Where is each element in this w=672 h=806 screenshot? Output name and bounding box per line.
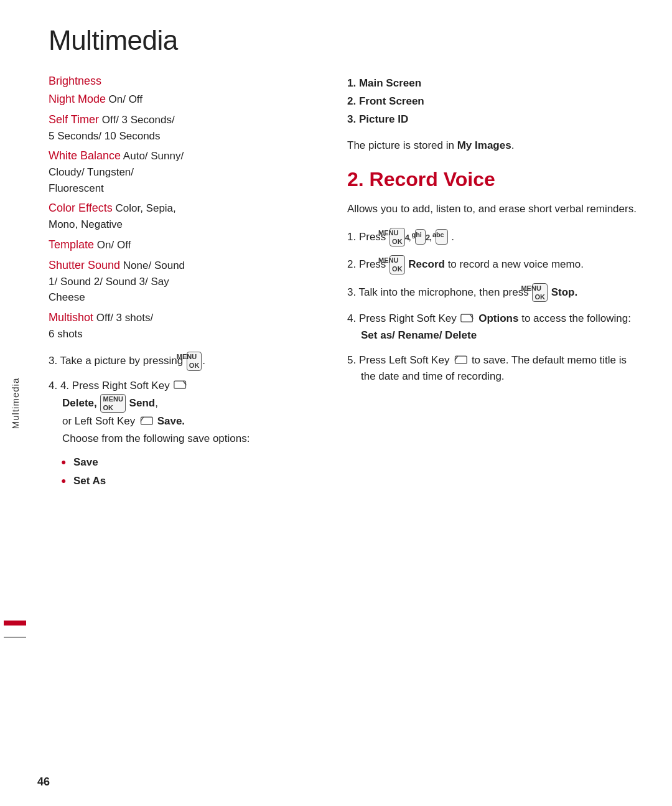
stored-text: The picture is stored in My Images. [347, 138, 641, 154]
template-line: Template On/ Off [49, 237, 322, 253]
page-container: Multimedia Multimedia Brightness Night M… [0, 0, 672, 806]
options-label: Options [478, 312, 518, 324]
step4-bold: Set as/ Rename/ Delete [361, 329, 477, 341]
step2-rest: to record a new voice memo. [448, 258, 584, 270]
white-balance-line: White Balance Auto/ Sunny/Cloudy/ Tungst… [49, 148, 322, 196]
template-desc: On/ Off [97, 239, 131, 251]
bullet-set-as: Set As [61, 472, 322, 491]
screen-option-1: 1. Main Screen [347, 75, 641, 93]
white-balance-label: White Balance [49, 149, 121, 162]
menu-ok-icon: MENUOK [187, 352, 202, 371]
brightness-item: Brightness [49, 75, 322, 88]
right-soft-key-icon-2 [460, 314, 474, 324]
step4-text: 4. [49, 380, 60, 391]
step4-press: 4. Press Right Soft Key [60, 380, 170, 391]
menu-ok-key-3: MENUOK [532, 283, 548, 302]
shutter-sound-line: Shutter Sound None/ Sound1/ Sound 2/ Sou… [49, 257, 322, 306]
step4-send-label: Send [129, 397, 156, 409]
left-soft-key-icon [139, 416, 153, 426]
self-timer-label: Self Timer [49, 113, 99, 126]
menu-ok-key-2: MENUOK [390, 255, 405, 274]
template-label: Template [49, 238, 94, 251]
brightness-label: Brightness [49, 75, 101, 87]
record-label: Record [408, 258, 445, 270]
night-mode-label: Night Mode [49, 93, 106, 105]
white-balance-item: White Balance Auto/ Sunny/Cloudy/ Tungst… [49, 148, 322, 196]
night-mode-item: Night Mode On/ Off [49, 91, 322, 108]
color-effects-item: Color Effects Color, Sepia,Mono, Negativ… [49, 200, 322, 233]
step3-left: 3. Take a picture by pressing MENUOK. [49, 352, 322, 371]
screen-option-3: 3. Picture ID [347, 111, 641, 129]
night-mode-desc: On/ Off [109, 93, 143, 105]
sidebar-line [4, 637, 26, 638]
multishot-label: Multishot [49, 311, 93, 324]
main-content: Multimedia Brightness Night Mode On/ Off… [30, 0, 672, 806]
step4-or: or Left Soft Key Save. [49, 415, 185, 427]
left-column: Brightness Night Mode On/ Off Self Timer… [49, 75, 322, 781]
right-step3: 3. Talk into the microphone, then press … [347, 283, 641, 302]
screen-option-2: 2. Front Screen [347, 93, 641, 111]
right-column: 1. Main Screen 2. Front Screen 3. Pictur… [347, 75, 641, 781]
left-soft-key-icon-2 [454, 355, 467, 365]
template-item: Template On/ Off [49, 237, 322, 253]
right-step5: 5. Press Left Soft Key to save. The defa… [347, 352, 641, 385]
shutter-sound-item: Shutter Sound None/ Sound1/ Sound 2/ Sou… [49, 257, 322, 306]
right-soft-key-icon [174, 380, 187, 390]
right-step4: 4. Press Right Soft Key Options to acces… [347, 311, 641, 344]
step4-rest: to access the following: [521, 312, 631, 324]
page-number: 46 [37, 776, 50, 789]
shutter-sound-label: Shutter Sound [49, 259, 120, 271]
color-effects-label: Color Effects [49, 202, 113, 214]
step4-delete: Delete, MENUOK Send, [49, 397, 158, 409]
record-voice-desc: Allows you to add, listen to, and erase … [347, 201, 641, 217]
multishot-line: Multishot Off/ 3 shots/6 shots [49, 309, 322, 342]
step4-choose: Choose from the following save options: [49, 433, 250, 444]
menu-ok-key-1: MENUOK [390, 228, 405, 247]
step4-save: Save. [157, 415, 185, 427]
screen-options-list: 1. Main Screen 2. Front Screen 3. Pictur… [347, 75, 641, 129]
sidebar-label: Multimedia [10, 377, 21, 429]
sidebar-bar [4, 621, 26, 626]
save-options-list: Save Set As [49, 453, 322, 491]
right-step1: 1. Press MENUOK , 4 ghi , 2 abc . [347, 228, 641, 247]
two-column-layout: Brightness Night Mode On/ Off Self Timer… [49, 75, 641, 781]
sidebar: Multimedia [0, 0, 30, 806]
right-step2: 2. Press MENUOK Record to record a new v… [347, 255, 641, 274]
step3-text: 3. Take a picture by pressing [49, 355, 183, 367]
self-timer-line: Self Timer Off/ 3 Seconds/5 Seconds/ 10 … [49, 111, 322, 144]
stop-label: Stop. [551, 286, 578, 298]
step4-left: 4. 4. Press Right Soft Key Delete, MENUO… [49, 377, 322, 447]
self-timer-item: Self Timer Off/ 3 Seconds/5 Seconds/ 10 … [49, 111, 322, 144]
record-voice-heading: 2. Record Voice [347, 168, 641, 191]
key-4ghi: 4 ghi [415, 229, 426, 245]
menu-ok-icon-2: MENUOK [100, 394, 125, 413]
key-2abc: 2 abc [436, 229, 448, 245]
color-effects-line: Color Effects Color, Sepia,Mono, Negativ… [49, 200, 322, 233]
page-title: Multimedia [49, 25, 641, 56]
bullet-save: Save [61, 453, 322, 472]
multishot-item: Multishot Off/ 3 shots/6 shots [49, 309, 322, 342]
